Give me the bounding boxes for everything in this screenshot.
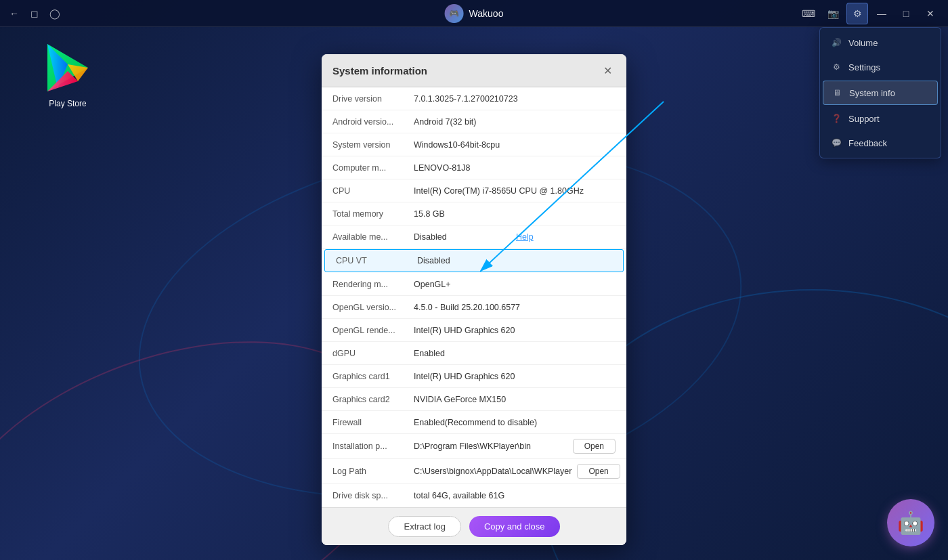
extract-log-button[interactable]: Extract log [388,516,460,537]
info-row-log_path: Log PathC:\Users\bignox\AppData\Local\WK… [322,459,626,484]
info-value-installation_path: D:\Program Files\WKPlayer\bin [414,441,567,451]
info-label-log_path: Log Path [332,467,414,476]
info-row-graphics_card2: Graphics card2NVIDIA GeForce MX150 [322,388,626,411]
info-value-total_memory: 15.8 GB [414,209,616,219]
info-value-computer_model: LENOVO-81J8 [414,163,616,173]
info-value-dgpu: Enabled [414,349,616,358]
info-row-rendering_mode: Rendering m...OpenGL+ [322,273,626,296]
info-label-opengl_renderer: OpenGL rende... [332,326,414,335]
info-value-android_version: Android 7(32 bit) [414,117,616,127]
info-row-dgpu: dGPUEnabled [322,342,626,365]
dropdown-item-feedback-label: Feedback [848,138,887,148]
open-button-installation_path[interactable]: Open [573,439,616,454]
info-label-graphics_card2: Graphics card2 [332,395,414,404]
info-row-graphics_card1: Graphics card1Intel(R) UHD Graphics 620 [322,365,626,388]
info-row-cpu_vt: CPU VTDisabled [324,249,624,272]
info-row-firewall: FirewallEnabled(Recommend to disable) [322,411,626,434]
info-row-system_version: System versionWindows10-64bit-8cpu [322,133,626,156]
dialog-footer: Extract log Copy and close [322,507,626,545]
info-row-opengl_version: OpenGL versio...4.5.0 - Build 25.20.100.… [322,296,626,319]
info-label-system_version: System version [332,140,414,150]
info-value-opengl_version: 4.5.0 - Build 25.20.100.6577 [414,303,616,312]
dropdown-item-support-label: Support [848,114,880,124]
info-link-available_memory[interactable]: Help [516,232,616,242]
info-value-drive_disk_space: total 64G, available 61G [414,491,616,500]
dropdown-item-system-info[interactable]: 🖥 System info [823,81,938,105]
dropdown-item-system-info-label: System info [849,88,895,98]
system-info-icon: 🖥 [832,87,842,98]
info-label-drive_disk_space: Drive disk sp... [332,491,414,500]
info-row-drive_version: Drive version7.0.1.3025-7.1.2700210723 [322,87,626,110]
dropdown-item-feedback[interactable]: 💬 Feedback [820,131,941,155]
dropdown-menu: 🔊 Volume ⚙ Settings 🖥 System info ❓ Supp… [819,27,941,158]
dropdown-item-volume[interactable]: 🔊 Volume [820,30,941,55]
settings-menu-icon: ⚙ [831,62,842,72]
info-row-available_memory: Available me...Disabled Help [322,225,626,249]
info-value-rendering_mode: OpenGL+ [414,280,616,289]
volume-icon: 🔊 [831,37,842,48]
info-label-graphics_card1: Graphics card1 [332,372,414,381]
info-label-rendering_mode: Rendering m... [332,280,414,289]
info-row-android_version: Android versio...Android 7(32 bit) [322,110,626,133]
info-value-available_memory: Disabled [414,232,513,242]
info-row-drive_disk_space: Drive disk sp...total 64G, available 61G [322,484,626,507]
open-button-log_path[interactable]: Open [577,464,620,479]
info-label-firewall: Firewall [332,418,414,427]
info-row-total_memory: Total memory15.8 GB [322,202,626,225]
system-info-dialog: System information ✕ Drive version7.0.1.… [322,54,626,545]
info-row-cpu: CPUIntel(R) Core(TM) i7-8565U CPU @ 1.80… [322,179,626,202]
info-label-cpu: CPU [332,186,414,196]
info-value-system_version: Windows10-64bit-8cpu [414,140,616,150]
dropdown-item-settings[interactable]: ⚙ Settings [820,55,941,79]
info-label-available_memory: Available me... [332,232,414,242]
info-value-graphics_card1: Intel(R) UHD Graphics 620 [414,372,616,381]
info-row-computer_model: Computer m...LENOVO-81J8 [322,156,626,179]
info-value-graphics_card2: NVIDIA GeForce MX150 [414,395,616,404]
dialog-title: System information [332,65,427,77]
info-label-total_memory: Total memory [332,209,414,219]
dropdown-item-settings-label: Settings [848,62,880,72]
dialog-close-button[interactable]: ✕ [599,62,616,79]
support-icon: ❓ [831,113,842,124]
info-label-opengl_version: OpenGL versio... [332,303,414,312]
info-row-installation_path: Installation p...D:\Program Files\WKPlay… [322,434,626,459]
dialog-body: Drive version7.0.1.3025-7.1.2700210723An… [322,87,626,507]
dialog-header: System information ✕ [322,54,626,87]
info-value-cpu: Intel(R) Core(TM) i7-8565U CPU @ 1.80GHz [414,186,616,196]
info-label-android_version: Android versio... [332,117,414,127]
info-value-drive_version: 7.0.1.3025-7.1.2700210723 [414,94,616,104]
dropdown-item-support[interactable]: ❓ Support [820,106,941,131]
info-label-dgpu: dGPU [332,349,414,358]
info-label-installation_path: Installation p... [332,441,414,451]
info-label-cpu_vt: CPU VT [336,256,417,265]
dialog-overlay: System information ✕ Drive version7.0.1.… [0,0,948,560]
info-value-firewall: Enabled(Recommend to disable) [414,418,616,427]
info-row-opengl_renderer: OpenGL rende...Intel(R) UHD Graphics 620 [322,319,626,342]
dropdown-item-volume-label: Volume [848,38,878,48]
info-value-log_path: C:\Users\bignox\AppData\Local\WKPlayer [414,467,572,476]
info-label-computer_model: Computer m... [332,163,414,173]
info-value-cpu_vt: Disabled [417,256,612,265]
info-label-drive_version: Drive version [332,94,414,104]
info-value-opengl_renderer: Intel(R) UHD Graphics 620 [414,326,616,335]
feedback-icon: 💬 [831,137,842,148]
copy-and-close-button[interactable]: Copy and close [469,516,560,537]
